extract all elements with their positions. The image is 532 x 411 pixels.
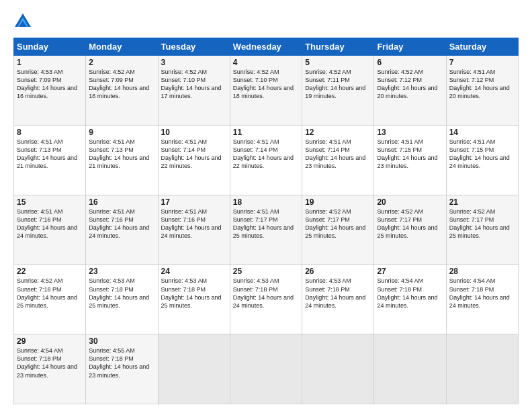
cell-info: Sunrise: 4:53 AMSunset: 7:18 PMDaylight:… <box>161 277 227 310</box>
header-cell-monday: Monday <box>86 38 158 56</box>
cell-info: Sunrise: 4:51 AMSunset: 7:14 PMDaylight:… <box>161 138 227 171</box>
header-cell-friday: Friday <box>374 38 446 56</box>
day-number: 9 <box>89 128 154 137</box>
cell-info: Sunrise: 4:54 AMSunset: 7:18 PMDaylight:… <box>377 277 443 310</box>
cell-info: Sunrise: 4:51 AMSunset: 7:16 PMDaylight:… <box>17 208 83 240</box>
cell-info: Sunrise: 4:52 AMSunset: 7:09 PMDaylight:… <box>89 68 154 101</box>
calendar-cell <box>446 334 518 404</box>
calendar-cell: 17Sunrise: 4:51 AMSunset: 7:16 PMDayligh… <box>158 195 230 265</box>
day-number: 1 <box>17 58 83 67</box>
calendar-table: SundayMondayTuesdayWednesdayThursdayFrid… <box>13 38 519 404</box>
day-number: 20 <box>377 197 443 207</box>
calendar-cell: 5Sunrise: 4:52 AMSunset: 7:11 PMDaylight… <box>302 56 374 126</box>
calendar-cell: 4Sunrise: 4:52 AMSunset: 7:10 PMDaylight… <box>230 56 302 126</box>
calendar-cell: 24Sunrise: 4:53 AMSunset: 7:18 PMDayligh… <box>158 265 230 334</box>
calendar-cell: 9Sunrise: 4:51 AMSunset: 7:13 PMDaylight… <box>86 125 158 195</box>
calendar-cell: 8Sunrise: 4:51 AMSunset: 7:13 PMDaylight… <box>14 125 86 195</box>
cell-info: Sunrise: 4:51 AMSunset: 7:17 PMDaylight:… <box>233 208 299 240</box>
day-number: 16 <box>89 197 154 207</box>
header-row: SundayMondayTuesdayWednesdayThursdayFrid… <box>14 38 519 56</box>
cell-info: Sunrise: 4:53 AMSunset: 7:18 PMDaylight:… <box>89 277 154 310</box>
cell-info: Sunrise: 4:52 AMSunset: 7:17 PMDaylight:… <box>449 208 515 240</box>
calendar-cell: 1Sunrise: 4:53 AMSunset: 7:09 PMDaylight… <box>14 56 86 126</box>
calendar-cell: 10Sunrise: 4:51 AMSunset: 7:14 PMDayligh… <box>158 125 230 195</box>
day-number: 18 <box>233 197 299 207</box>
cell-info: Sunrise: 4:52 AMSunset: 7:17 PMDaylight:… <box>305 208 371 240</box>
calendar-cell <box>158 334 230 404</box>
calendar-cell: 28Sunrise: 4:54 AMSunset: 7:18 PMDayligh… <box>446 265 518 334</box>
day-number: 24 <box>161 267 227 276</box>
cell-info: Sunrise: 4:51 AMSunset: 7:15 PMDaylight:… <box>449 138 515 171</box>
day-number: 26 <box>305 267 371 276</box>
header-cell-saturday: Saturday <box>446 38 518 56</box>
calendar-cell: 14Sunrise: 4:51 AMSunset: 7:15 PMDayligh… <box>446 125 518 195</box>
calendar-cell: 12Sunrise: 4:51 AMSunset: 7:14 PMDayligh… <box>302 125 374 195</box>
cell-info: Sunrise: 4:51 AMSunset: 7:13 PMDaylight:… <box>89 138 154 171</box>
week-row-2: 8Sunrise: 4:51 AMSunset: 7:13 PMDaylight… <box>14 125 519 195</box>
calendar-cell: 16Sunrise: 4:51 AMSunset: 7:16 PMDayligh… <box>86 195 158 265</box>
calendar-cell <box>302 334 374 404</box>
day-number: 22 <box>17 267 83 276</box>
cell-info: Sunrise: 4:52 AMSunset: 7:17 PMDaylight:… <box>377 208 443 240</box>
cell-info: Sunrise: 4:51 AMSunset: 7:14 PMDaylight:… <box>233 138 299 171</box>
calendar-cell: 6Sunrise: 4:52 AMSunset: 7:12 PMDaylight… <box>374 56 446 126</box>
header-cell-thursday: Thursday <box>302 38 374 56</box>
day-number: 17 <box>161 197 227 207</box>
header-cell-sunday: Sunday <box>14 38 86 56</box>
day-number: 8 <box>17 128 83 137</box>
calendar-cell: 25Sunrise: 4:53 AMSunset: 7:18 PMDayligh… <box>230 265 302 334</box>
cell-info: Sunrise: 4:53 AMSunset: 7:18 PMDaylight:… <box>305 277 371 310</box>
calendar-cell: 15Sunrise: 4:51 AMSunset: 7:16 PMDayligh… <box>14 195 86 265</box>
day-number: 19 <box>305 197 371 207</box>
header-cell-wednesday: Wednesday <box>230 38 302 56</box>
day-number: 2 <box>89 58 154 67</box>
day-number: 5 <box>305 58 371 67</box>
day-number: 4 <box>233 58 299 67</box>
day-number: 27 <box>377 267 443 276</box>
header <box>13 12 519 31</box>
calendar-cell: 18Sunrise: 4:51 AMSunset: 7:17 PMDayligh… <box>230 195 302 265</box>
calendar-cell: 3Sunrise: 4:52 AMSunset: 7:10 PMDaylight… <box>158 56 230 126</box>
cell-info: Sunrise: 4:52 AMSunset: 7:10 PMDaylight:… <box>233 68 299 101</box>
calendar-cell: 30Sunrise: 4:55 AMSunset: 7:18 PMDayligh… <box>86 334 158 404</box>
calendar-cell: 2Sunrise: 4:52 AMSunset: 7:09 PMDaylight… <box>86 56 158 126</box>
day-number: 12 <box>305 128 371 137</box>
day-number: 11 <box>233 128 299 137</box>
day-number: 30 <box>89 336 154 346</box>
cell-info: Sunrise: 4:51 AMSunset: 7:16 PMDaylight:… <box>89 208 154 240</box>
week-row-5: 29Sunrise: 4:54 AMSunset: 7:18 PMDayligh… <box>14 334 519 404</box>
calendar-cell: 7Sunrise: 4:51 AMSunset: 7:12 PMDaylight… <box>446 56 518 126</box>
day-number: 21 <box>449 197 515 207</box>
page: SundayMondayTuesdayWednesdayThursdayFrid… <box>0 0 532 411</box>
calendar-cell: 21Sunrise: 4:52 AMSunset: 7:17 PMDayligh… <box>446 195 518 265</box>
cell-info: Sunrise: 4:52 AMSunset: 7:11 PMDaylight:… <box>305 68 371 101</box>
day-number: 6 <box>377 58 443 67</box>
cell-info: Sunrise: 4:51 AMSunset: 7:14 PMDaylight:… <box>305 138 371 171</box>
calendar-cell: 29Sunrise: 4:54 AMSunset: 7:18 PMDayligh… <box>14 334 86 404</box>
day-number: 29 <box>17 336 83 346</box>
logo-icon <box>13 12 32 31</box>
day-number: 23 <box>89 267 154 276</box>
calendar-cell: 20Sunrise: 4:52 AMSunset: 7:17 PMDayligh… <box>374 195 446 265</box>
calendar-cell: 19Sunrise: 4:52 AMSunset: 7:17 PMDayligh… <box>302 195 374 265</box>
calendar-cell: 23Sunrise: 4:53 AMSunset: 7:18 PMDayligh… <box>86 265 158 334</box>
cell-info: Sunrise: 4:54 AMSunset: 7:18 PMDaylight:… <box>449 277 515 310</box>
calendar-cell: 11Sunrise: 4:51 AMSunset: 7:14 PMDayligh… <box>230 125 302 195</box>
day-number: 15 <box>17 197 83 207</box>
day-number: 3 <box>161 58 227 67</box>
calendar-cell <box>374 334 446 404</box>
day-number: 7 <box>449 58 515 67</box>
cell-info: Sunrise: 4:53 AMSunset: 7:09 PMDaylight:… <box>17 68 83 101</box>
cell-info: Sunrise: 4:54 AMSunset: 7:18 PMDaylight:… <box>17 347 83 379</box>
cell-info: Sunrise: 4:52 AMSunset: 7:12 PMDaylight:… <box>377 68 443 101</box>
header-cell-tuesday: Tuesday <box>158 38 230 56</box>
day-number: 25 <box>233 267 299 276</box>
calendar-cell: 27Sunrise: 4:54 AMSunset: 7:18 PMDayligh… <box>374 265 446 334</box>
day-number: 28 <box>449 267 515 276</box>
cell-info: Sunrise: 4:52 AMSunset: 7:18 PMDaylight:… <box>17 277 83 310</box>
cell-info: Sunrise: 4:55 AMSunset: 7:18 PMDaylight:… <box>89 347 154 379</box>
cell-info: Sunrise: 4:52 AMSunset: 7:10 PMDaylight:… <box>161 68 227 101</box>
cell-info: Sunrise: 4:53 AMSunset: 7:18 PMDaylight:… <box>233 277 299 310</box>
cell-info: Sunrise: 4:51 AMSunset: 7:16 PMDaylight:… <box>161 208 227 240</box>
week-row-3: 15Sunrise: 4:51 AMSunset: 7:16 PMDayligh… <box>14 195 519 265</box>
